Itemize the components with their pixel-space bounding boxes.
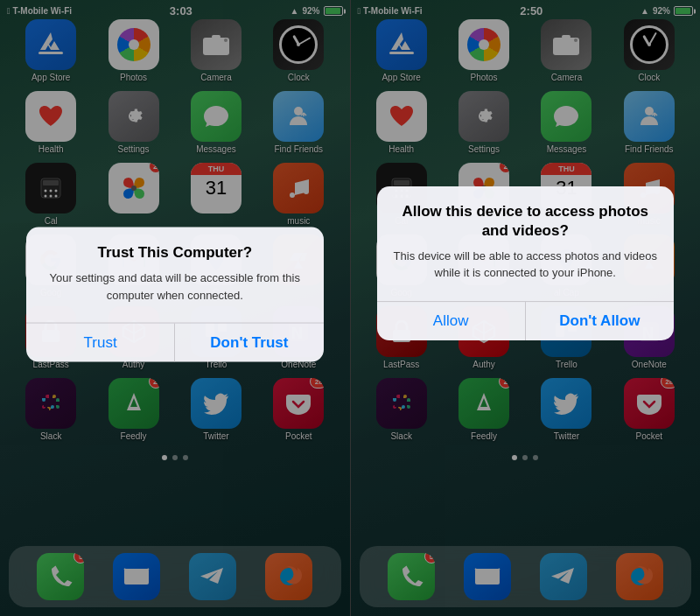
dont-allow-button[interactable]: Don't Allow	[525, 302, 674, 340]
allow-dialog-buttons: Allow Don't Allow	[377, 301, 675, 340]
trust-dialog-buttons: Trust Don't Trust	[26, 323, 324, 362]
allow-dialog-title: Allow this device to access photos and v…	[391, 202, 661, 241]
allow-button[interactable]: Allow	[377, 302, 525, 340]
trust-dialog-message: Your settings and data will be accessibl…	[40, 270, 310, 304]
trust-dialog-body: Trust This Computer? Your settings and d…	[26, 228, 324, 323]
trust-dialog: Trust This Computer? Your settings and d…	[26, 228, 324, 362]
right-phone:  T-Mobile Wi-Fi 2:50 ▲ 92% App Store Ph…	[351, 0, 701, 616]
allow-dialog: Allow this device to access photos and v…	[377, 186, 675, 340]
trust-button[interactable]: Trust	[26, 324, 174, 362]
dont-trust-button[interactable]: Don't Trust	[174, 324, 323, 362]
left-phone:  T-Mobile Wi-Fi 3:03 ▲ 92% App Store Ph…	[0, 0, 350, 616]
allow-dialog-body: Allow this device to access photos and v…	[377, 186, 675, 301]
allow-dialog-message: This device will be able to access photo…	[391, 248, 661, 282]
trust-dialog-title: Trust This Computer?	[40, 243, 310, 262]
